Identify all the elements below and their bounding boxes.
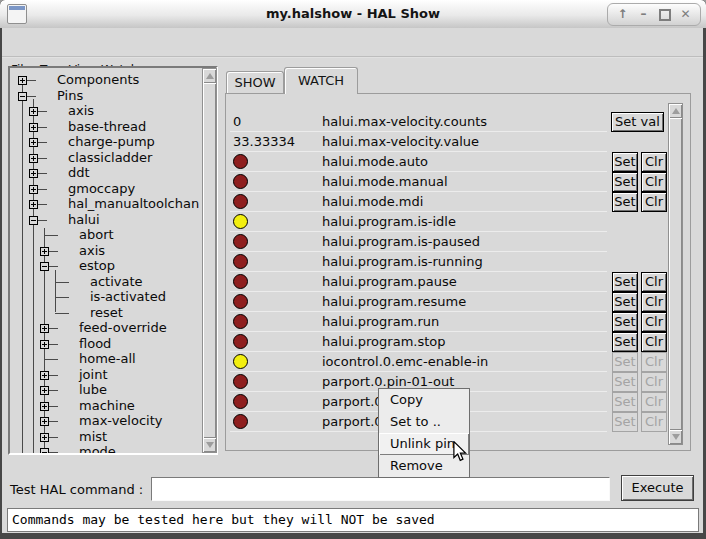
tree-item-gmoccapy[interactable]: gmoccapy (10, 181, 200, 197)
led-indicator-red (233, 174, 248, 189)
led-indicator-red (233, 194, 248, 209)
plus-box-icon[interactable] (40, 324, 49, 333)
up-arrow-icon[interactable] (672, 108, 680, 114)
set-button[interactable]: Set (612, 192, 638, 212)
tree-item-is-activated[interactable]: is-activated (10, 289, 200, 305)
minus-box-icon[interactable] (18, 92, 27, 101)
tree-branch-line (44, 235, 58, 236)
set-button[interactable]: Set (612, 312, 638, 332)
tree-branch-line (55, 297, 69, 298)
set-button[interactable]: Set (612, 292, 638, 312)
pin-name: halui.program.run (322, 314, 439, 329)
tree-branch-line (55, 313, 69, 314)
set-button[interactable]: Set (612, 152, 638, 172)
tree-item-estop[interactable]: estop (10, 258, 200, 274)
tree-item-Pins[interactable]: Pins (10, 88, 200, 104)
status-bar: Commands may be tested here but they wil… (7, 508, 699, 532)
tree-item-label: ddt (68, 165, 90, 180)
tree-item-flood[interactable]: flood (10, 336, 200, 352)
plus-box-icon[interactable] (40, 340, 49, 349)
minus-box-icon[interactable] (29, 216, 38, 225)
pin-name: halui.mode.auto (322, 154, 428, 169)
tree-item-halui[interactable]: halui (10, 212, 200, 228)
tree-item-label: feed-override (79, 320, 167, 335)
tree-item-hal_manualtoolchan[interactable]: hal_manualtoolchan (10, 196, 200, 212)
plus-box-icon[interactable] (40, 371, 49, 380)
clr-button[interactable]: Clr (641, 192, 667, 212)
plus-box-icon[interactable] (29, 200, 38, 209)
tree-item-axis[interactable]: axis (10, 103, 200, 119)
led-indicator-red (233, 154, 248, 169)
down-arrow-icon[interactable] (206, 442, 214, 448)
up-arrow-icon[interactable] (206, 73, 214, 79)
plus-box-icon[interactable] (29, 123, 38, 132)
set-button[interactable]: Set (612, 332, 638, 352)
shade-icon[interactable]: ↑ (612, 5, 633, 24)
watch-scrollbar-thumb[interactable] (669, 118, 682, 430)
tab-watch[interactable]: WATCH (284, 67, 358, 94)
tree-item-classicladder[interactable]: classicladder (10, 150, 200, 166)
menu-item-copy[interactable]: Copy (379, 389, 469, 411)
tree-item-charge-pump[interactable]: charge-pump (10, 134, 200, 150)
close-icon[interactable]: ✕ (675, 5, 696, 24)
tree-item-feed-override[interactable]: feed-override (10, 320, 200, 336)
clr-button[interactable]: Clr (641, 312, 667, 332)
tree-item-label: axis (68, 103, 94, 118)
set-button: Set (612, 392, 638, 412)
hal-command-input[interactable] (151, 477, 610, 501)
tree-item-mist[interactable]: mist (10, 429, 200, 445)
tree-item-home-all[interactable]: home-all (10, 351, 200, 367)
watch-row: halui.program.pauseSetClr (226, 272, 668, 292)
tree-item-ddt[interactable]: ddt (10, 165, 200, 181)
tree-item-joint[interactable]: joint (10, 367, 200, 383)
clr-button[interactable]: Clr (641, 292, 667, 312)
tree-item-abort[interactable]: abort (10, 227, 200, 243)
plus-box-icon[interactable] (40, 247, 49, 256)
plus-box-icon[interactable] (40, 402, 49, 411)
tree-item-lube[interactable]: lube (10, 382, 200, 398)
tree-branch-line (49, 251, 58, 252)
pin-name: halui.max-velocity.value (322, 134, 479, 149)
menu-item-set-to[interactable]: Set to .. (379, 411, 469, 433)
window-controls: ↑ – ✕ (607, 3, 701, 26)
tree-item-mode[interactable]: mode (10, 444, 200, 453)
watch-scrollbar[interactable] (668, 103, 683, 445)
tree-item-axis[interactable]: axis (10, 243, 200, 259)
plus-box-icon[interactable] (40, 417, 49, 426)
tree-branch-line (49, 266, 58, 267)
tree-branch-line (49, 406, 58, 407)
tree-scrollbar-thumb[interactable] (203, 83, 216, 438)
set-button[interactable]: Set (612, 172, 638, 192)
minus-box-icon[interactable] (40, 262, 49, 271)
tree-item-reset[interactable]: reset (10, 305, 200, 321)
minus-box-icon[interactable] (40, 448, 49, 453)
tree-item-machine[interactable]: machine (10, 398, 200, 414)
execute-button[interactable]: Execute (621, 475, 694, 501)
tree-item-label: reset (90, 305, 123, 320)
plus-box-icon[interactable] (29, 185, 38, 194)
plus-box-icon[interactable] (18, 76, 27, 85)
plus-box-icon[interactable] (40, 433, 49, 442)
clr-button[interactable]: Clr (641, 172, 667, 192)
clr-button[interactable]: Clr (641, 332, 667, 352)
tree-item-max-velocity[interactable]: max-velocity (10, 413, 200, 429)
maximize-icon[interactable] (654, 5, 675, 24)
clr-button[interactable]: Clr (641, 272, 667, 292)
plus-box-icon[interactable] (29, 107, 38, 116)
clr-button[interactable]: Clr (641, 152, 667, 172)
tab-show[interactable]: SHOW (226, 71, 284, 93)
plus-box-icon[interactable] (29, 154, 38, 163)
set-button[interactable]: Set (612, 272, 638, 292)
plus-box-icon[interactable] (29, 138, 38, 147)
plus-box-icon[interactable] (40, 386, 49, 395)
tree-item-Components[interactable]: Components (10, 72, 200, 88)
plus-box-icon[interactable] (29, 169, 38, 178)
down-arrow-icon[interactable] (672, 434, 680, 440)
minimize-icon[interactable]: – (633, 5, 654, 24)
tree-item-base-thread[interactable]: base-thread (10, 119, 200, 135)
set-val-button[interactable]: Set val (611, 112, 664, 132)
tree-item-activate[interactable]: activate (10, 274, 200, 290)
tree-scrollbar[interactable] (202, 68, 217, 453)
tree-item-label: base-thread (68, 119, 146, 134)
clr-button: Clr (641, 392, 667, 412)
